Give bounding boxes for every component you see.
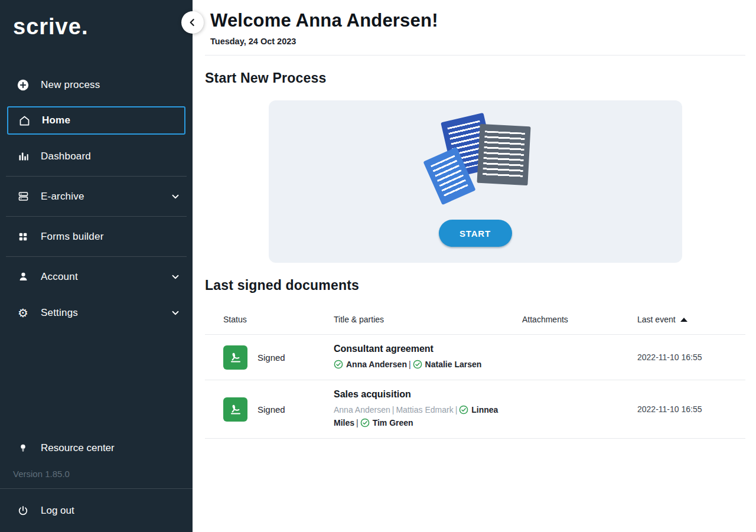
signed-signature-icon [223,345,247,370]
sidebar-item-account[interactable]: Account [0,259,193,295]
start-process-section: Start New Process START [205,70,745,263]
status-label: Signed [258,404,285,414]
party-unsigned: Anna Andersen [334,405,390,414]
party-separator: | [409,360,411,369]
document-title: Consultant agreement [334,344,522,354]
party-signed: Anna Andersen [334,360,407,369]
documents-illustration [419,113,532,208]
plus-circle-icon [17,79,30,92]
last-signed-section: Last signed documents Status Title & par… [205,278,745,439]
sidebar-nav: New process Home Dashboard E-archive [0,67,193,331]
document-parties: Anna Andersen|Mattias Edmark|Linnea Mile… [334,403,522,429]
logout-label: Log out [41,505,74,517]
bar-chart-icon [17,150,30,163]
main-content: Welcome Anna Andersen! Tuesday, 24 Oct 2… [193,0,756,532]
party-separator: | [392,405,395,414]
sidebar-item-forms-builder[interactable]: Forms builder [0,218,193,254]
sidebar-item-label: E-archive [41,191,84,203]
last-event-cell: 2022-11-10 16:55 [637,353,745,362]
table-row[interactable]: Signed Sales acquisition Anna Andersen|M… [205,380,745,439]
sidebar-item-label: Home [42,115,70,126]
sidebar-item-label: Forms builder [41,231,104,243]
start-button[interactable]: START [439,220,512,247]
sidebar-item-label: New process [41,79,100,91]
resource-center-link[interactable]: Resource center [0,435,193,462]
check-circle-icon [459,405,468,414]
document-parties: Anna Andersen|Natalie Larsen [334,358,522,371]
chevron-down-icon [170,191,181,202]
start-process-panel: START [269,100,682,263]
scrive-logo: scrive. [0,0,193,40]
sidebar-item-label: Account [41,271,78,283]
grid-icon [17,230,30,243]
lightbulb-icon [17,442,30,455]
column-header-last-event[interactable]: Last event [637,315,745,324]
table-header-row: Status Title & parties Attachments Last … [205,306,745,335]
check-circle-icon [413,360,422,369]
sidebar: scrive. New process Home Dashboard E [0,0,193,532]
title-parties-cell: Consultant agreement Anna Andersen|Natal… [334,344,522,371]
sort-ascending-icon [680,318,687,322]
party-signed: Tim Green [360,418,413,427]
check-circle-icon [334,360,343,369]
column-header-attachments: Attachments [522,315,637,324]
version-label: Version 1.85.0 [0,462,193,488]
current-date: Tuesday, 24 Oct 2023 [210,37,745,46]
status-cell: Signed [223,345,334,370]
column-header-status: Status [223,315,334,324]
section-title-last-signed: Last signed documents [205,278,745,293]
section-title-start: Start New Process [205,70,745,86]
last-event-cell: 2022-11-10 16:55 [637,404,745,414]
archive-icon [17,190,30,203]
column-header-last-event-label: Last event [637,315,676,324]
sidebar-item-new-process[interactable]: New process [0,67,193,103]
party-unsigned: Mattias Edmark [396,405,453,414]
sidebar-item-settings[interactable]: ⚙ Settings [0,295,193,331]
sidebar-item-dashboard[interactable]: Dashboard [0,138,193,174]
sidebar-item-label: Settings [41,307,78,319]
table-row[interactable]: Signed Consultant agreement Anna Anderse… [205,335,745,380]
sidebar-item-home[interactable]: Home [7,106,185,135]
power-icon [17,504,30,517]
documents-table: Status Title & parties Attachments Last … [205,306,745,439]
status-cell: Signed [223,397,334,422]
check-circle-icon [360,418,370,427]
document-title: Sales acquisition [334,389,522,400]
party-signed: Natalie Larsen [413,360,482,369]
sidebar-divider [6,216,187,217]
resource-center-label: Resource center [41,442,115,454]
party-separator: | [455,405,458,414]
sidebar-bottom: Resource center Version 1.85.0 Log out [0,435,193,532]
chevron-down-icon [170,272,181,282]
page-title: Welcome Anna Andersen! [210,10,745,31]
document-graphic-gray [477,124,530,185]
home-icon [18,114,31,127]
sidebar-item-e-archive[interactable]: E-archive [0,178,193,214]
page-header: Welcome Anna Andersen! Tuesday, 24 Oct 2… [205,0,745,46]
collapse-sidebar-button[interactable] [181,11,204,34]
signed-signature-icon [223,397,247,422]
party-separator: | [356,418,359,427]
chevron-down-icon [170,308,181,318]
status-label: Signed [258,353,285,363]
header-divider [205,55,745,56]
chevron-left-icon [187,17,198,28]
sidebar-divider [6,176,187,177]
sidebar-item-label: Dashboard [41,151,91,162]
person-icon [17,270,30,283]
column-header-title-parties: Title & parties [334,315,522,324]
gear-icon: ⚙ [17,306,30,319]
title-parties-cell: Sales acquisition Anna Andersen|Mattias … [334,389,522,429]
logout-button[interactable]: Log out [0,488,193,532]
sidebar-divider [6,256,187,257]
